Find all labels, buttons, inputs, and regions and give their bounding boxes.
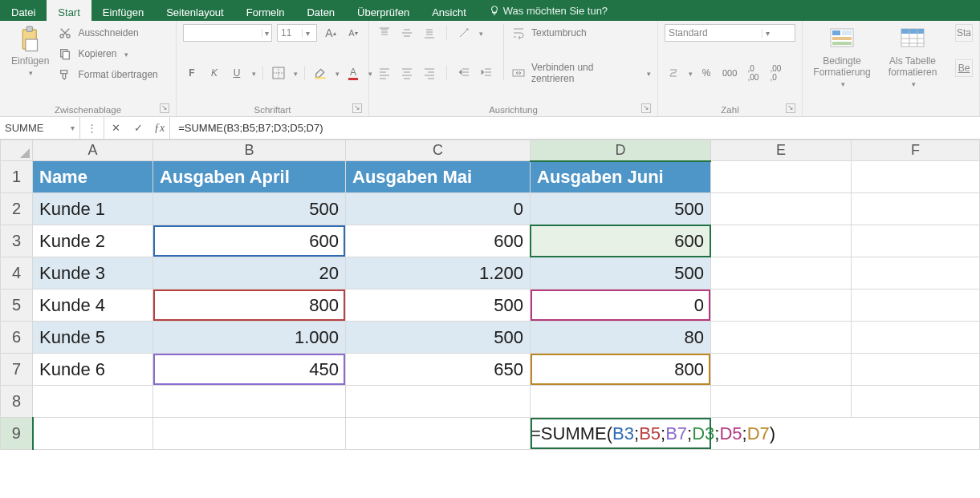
tab-view[interactable]: Ansicht: [421, 0, 478, 21]
cell-style-good[interactable]: Be: [955, 59, 973, 77]
row-header-6[interactable]: 6: [1, 322, 33, 354]
row-header-4[interactable]: 4: [1, 257, 33, 289]
decrease-font-button[interactable]: A▾: [344, 24, 362, 42]
chevron-down-icon[interactable]: ▾: [262, 29, 271, 38]
tab-data[interactable]: Daten: [295, 0, 346, 21]
cell-A3[interactable]: Kunde 2: [33, 225, 153, 257]
cut-button[interactable]: Ausschneiden: [59, 24, 159, 42]
formula-input[interactable]: =SUMME(B3;B5;B7;D3;D5;D7): [170, 122, 980, 134]
cell-A6[interactable]: Kunde 5: [33, 322, 153, 354]
number-format-combo[interactable]: ▾: [665, 24, 795, 42]
cell-A4[interactable]: Kunde 3: [33, 257, 153, 289]
dialog-launcher-icon[interactable]: ↘: [786, 103, 795, 113]
align-bottom-button[interactable]: [421, 24, 438, 42]
cancel-button[interactable]: ✕: [104, 122, 127, 134]
orientation-button[interactable]: [455, 24, 473, 42]
cell-C6[interactable]: 500: [346, 322, 531, 354]
cell-B1[interactable]: Ausgaben April: [153, 161, 346, 193]
cell-E5[interactable]: [711, 289, 852, 322]
cell-F6[interactable]: [852, 322, 980, 354]
cell-A9[interactable]: [33, 418, 153, 450]
dialog-launcher-icon[interactable]: ↘: [641, 103, 651, 113]
borders-button[interactable]: [270, 64, 287, 82]
cell-A5[interactable]: Kunde 4: [33, 289, 153, 322]
cell-C5[interactable]: 500: [346, 289, 531, 322]
col-header-C[interactable]: C: [346, 140, 531, 161]
cell-B9[interactable]: [153, 418, 346, 450]
select-all-corner[interactable]: [1, 140, 33, 161]
cell-D5[interactable]: 0: [531, 289, 711, 322]
row-header-8[interactable]: 8: [1, 386, 33, 418]
tell-me[interactable]: Was möchten Sie tun?: [478, 0, 619, 21]
paste-button[interactable]: Einfügen: [6, 24, 54, 80]
row-header-5[interactable]: 5: [1, 289, 33, 322]
cell-C9[interactable]: [346, 418, 531, 450]
increase-decimal-button[interactable]: ,0,00: [744, 64, 762, 82]
cell-style-standard[interactable]: Sta: [955, 24, 973, 42]
font-color-button[interactable]: A: [344, 64, 362, 82]
chevron-down-icon[interactable]: ▾: [71, 123, 75, 132]
fx-icon[interactable]: ƒx: [149, 117, 170, 139]
cell-B5[interactable]: 800: [153, 289, 346, 322]
row-header-7[interactable]: 7: [1, 354, 33, 386]
cell-D8[interactable]: [531, 386, 711, 418]
cell-F7[interactable]: [852, 354, 980, 386]
increase-indent-button[interactable]: [478, 64, 495, 82]
col-header-B[interactable]: B: [153, 140, 346, 161]
cell-E1[interactable]: [711, 161, 852, 193]
cell-C1[interactable]: Ausgaben Mai: [346, 161, 531, 193]
align-top-button[interactable]: [376, 24, 393, 42]
align-right-button[interactable]: [421, 64, 438, 82]
align-left-button[interactable]: [376, 64, 393, 82]
cell-B8[interactable]: [153, 386, 346, 418]
tab-review[interactable]: Überprüfen: [346, 0, 421, 21]
cell-F5[interactable]: [852, 289, 980, 322]
cell-E3[interactable]: [711, 225, 852, 257]
font-name-input[interactable]: [184, 25, 262, 41]
row-header-9[interactable]: 9: [1, 418, 33, 450]
cell-F2[interactable]: [852, 193, 980, 225]
cell-D1[interactable]: Ausgaben Juni: [531, 161, 711, 193]
cell-A8[interactable]: [33, 386, 153, 418]
cell-A7[interactable]: Kunde 6: [33, 354, 153, 386]
col-header-F[interactable]: F: [852, 140, 980, 161]
cell-D3[interactable]: 600: [531, 225, 711, 257]
conditional-formatting-button[interactable]: Bedingte Formatierung: [809, 24, 875, 91]
cell-A2[interactable]: Kunde 1: [33, 193, 153, 225]
tab-home[interactable]: Start: [47, 0, 91, 21]
cell-A1[interactable]: Name: [33, 161, 153, 193]
copy-button[interactable]: Kopieren: [59, 45, 159, 63]
confirm-button[interactable]: ✓: [127, 122, 149, 134]
tab-formulas[interactable]: Formeln: [235, 0, 296, 21]
cell-D4[interactable]: 500: [531, 257, 711, 289]
cell-C4[interactable]: 1.200: [346, 257, 531, 289]
cell-E6[interactable]: [711, 322, 852, 354]
cell-E2[interactable]: [711, 193, 852, 225]
cell-E8[interactable]: [711, 386, 852, 418]
align-center-button[interactable]: [398, 64, 416, 82]
tab-insert[interactable]: Einfügen: [91, 0, 155, 21]
row-header-3[interactable]: 3: [1, 225, 33, 257]
align-middle-button[interactable]: [398, 24, 416, 42]
cell-C2[interactable]: 0: [346, 193, 531, 225]
font-size-combo[interactable]: ▾: [277, 24, 317, 42]
decrease-indent-button[interactable]: [455, 64, 473, 82]
col-header-A[interactable]: A: [33, 140, 153, 161]
wrap-text-button[interactable]: Textumbruch: [512, 24, 651, 42]
cell-B6[interactable]: 1.000: [153, 322, 346, 354]
format-as-table-button[interactable]: Als Tabelle formatieren: [880, 24, 945, 91]
row-header-1[interactable]: 1: [1, 161, 33, 193]
fill-color-button[interactable]: [311, 64, 329, 82]
cell-B7[interactable]: 450: [153, 354, 346, 386]
chevron-down-icon[interactable]: ▾: [302, 29, 313, 38]
percent-button[interactable]: %: [697, 64, 715, 82]
cell-E7[interactable]: [711, 354, 852, 386]
tab-pagelayout[interactable]: Seitenlayout: [155, 0, 235, 21]
cell-D9[interactable]: =SUMME(B3;B5;B7;D3;D5;D7): [531, 418, 980, 450]
dialog-launcher-icon[interactable]: ↘: [160, 103, 169, 113]
cell-C3[interactable]: 600: [346, 225, 531, 257]
cell-B3[interactable]: 600: [153, 225, 346, 257]
cell-F1[interactable]: [852, 161, 980, 193]
number-format-input[interactable]: [665, 25, 762, 41]
formula-functions-button[interactable]: ⋮: [80, 117, 104, 139]
